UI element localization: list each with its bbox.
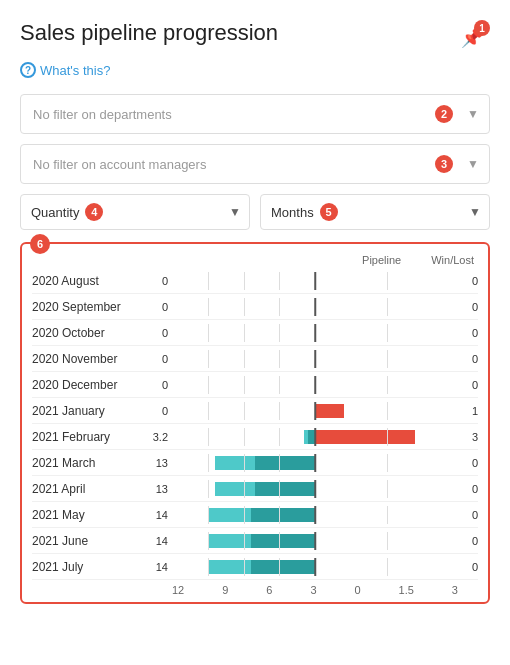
pin-button[interactable]: 📌 1 [454, 20, 490, 56]
row-label: 2021 February [32, 430, 142, 444]
months-dropdown[interactable]: Months 5 ▼ [260, 194, 490, 230]
row-winlost-value: 0 [458, 483, 478, 495]
row-label: 2021 May [32, 508, 142, 522]
chart-container: 6 Pipeline Win/Lost 2020 August002020 Se… [20, 242, 490, 604]
x-axis: 1296301.53 [32, 584, 478, 596]
row-pipeline-value: 14 [142, 509, 172, 521]
bar-area [172, 272, 458, 290]
row-pipeline-value: 3.2 [142, 431, 172, 443]
row-label: 2021 March [32, 456, 142, 470]
dropdowns-row: Quantity 4 ▼ Months 5 ▼ [20, 194, 490, 230]
quantity-arrow: ▼ [229, 205, 241, 219]
table-row: 2021 July140 [32, 554, 478, 580]
row-label: 2020 October [32, 326, 142, 340]
pipeline-col-header: Pipeline [362, 254, 401, 266]
bar-area [172, 558, 458, 576]
x-axis-label: 9 [222, 584, 228, 596]
x-axis-label: 1.5 [399, 584, 414, 596]
row-label: 2020 August [32, 274, 142, 288]
row-label: 2021 January [32, 404, 142, 418]
row-winlost-value: 1 [458, 405, 478, 417]
months-label: Months [271, 205, 314, 220]
page-header: Sales pipeline progression 📌 1 [20, 20, 490, 56]
table-row: 2020 December00 [32, 372, 478, 398]
table-row: 2021 April130 [32, 476, 478, 502]
pin-badge: 1 [474, 20, 490, 36]
bar-area [172, 298, 458, 316]
bar-area [172, 480, 458, 498]
account-managers-filter-label: No filter on account managers [33, 157, 429, 172]
row-pipeline-value: 14 [142, 561, 172, 573]
chart-badge: 6 [30, 234, 50, 254]
x-axis-label: 6 [266, 584, 272, 596]
row-label: 2020 September [32, 300, 142, 314]
row-winlost-value: 0 [458, 509, 478, 521]
row-winlost-value: 0 [458, 301, 478, 313]
row-pipeline-value: 0 [142, 275, 172, 287]
row-pipeline-value: 0 [142, 327, 172, 339]
row-winlost-value: 0 [458, 561, 478, 573]
chart-rows: 2020 August002020 September002020 Octobe… [32, 268, 478, 580]
row-label: 2020 December [32, 378, 142, 392]
months-arrow: ▼ [469, 205, 481, 219]
departments-filter[interactable]: No filter on departments 2 ▼ [20, 94, 490, 134]
x-axis-label: 3 [310, 584, 316, 596]
bar-area [172, 506, 458, 524]
row-winlost-value: 0 [458, 457, 478, 469]
bar-area [172, 324, 458, 342]
account-managers-filter-badge: 3 [435, 155, 453, 173]
row-pipeline-value: 13 [142, 457, 172, 469]
x-axis-label: 12 [172, 584, 184, 596]
departments-filter-badge: 2 [435, 105, 453, 123]
months-badge: 5 [320, 203, 338, 221]
table-row: 2021 January01 [32, 398, 478, 424]
quantity-label: Quantity [31, 205, 79, 220]
row-winlost-value: 3 [458, 431, 478, 443]
table-row: 2020 September00 [32, 294, 478, 320]
row-winlost-value: 0 [458, 379, 478, 391]
table-row: 2020 August00 [32, 268, 478, 294]
bar-area [172, 402, 458, 420]
row-winlost-value: 0 [458, 275, 478, 287]
row-label: 2021 July [32, 560, 142, 574]
whats-this-link[interactable]: ? What's this? [20, 62, 490, 78]
departments-dropdown-arrow: ▼ [467, 107, 479, 121]
row-pipeline-value: 0 [142, 405, 172, 417]
row-winlost-value: 0 [458, 327, 478, 339]
departments-filter-label: No filter on departments [33, 107, 429, 122]
bar-area [172, 532, 458, 550]
table-row: 2021 May140 [32, 502, 478, 528]
row-winlost-value: 0 [458, 353, 478, 365]
row-pipeline-value: 0 [142, 353, 172, 365]
table-row: 2021 March130 [32, 450, 478, 476]
row-pipeline-value: 14 [142, 535, 172, 547]
x-axis-label: 0 [355, 584, 361, 596]
row-pipeline-value: 0 [142, 301, 172, 313]
quantity-dropdown[interactable]: Quantity 4 ▼ [20, 194, 250, 230]
account-managers-filter[interactable]: No filter on account managers 3 ▼ [20, 144, 490, 184]
table-row: 2021 February3.23 [32, 424, 478, 450]
x-axis-label: 3 [452, 584, 458, 596]
whats-this-label: What's this? [40, 63, 110, 78]
info-icon: ? [20, 62, 36, 78]
bar-area [172, 454, 458, 472]
row-winlost-value: 0 [458, 535, 478, 547]
row-label: 2021 June [32, 534, 142, 548]
table-row: 2021 June140 [32, 528, 478, 554]
bar-area [172, 376, 458, 394]
row-pipeline-value: 0 [142, 379, 172, 391]
account-managers-dropdown-arrow: ▼ [467, 157, 479, 171]
row-label: 2020 November [32, 352, 142, 366]
row-pipeline-value: 13 [142, 483, 172, 495]
bar-area [172, 350, 458, 368]
table-row: 2020 November00 [32, 346, 478, 372]
bar-area [172, 428, 458, 446]
row-label: 2021 April [32, 482, 142, 496]
quantity-badge: 4 [85, 203, 103, 221]
winlost-col-header: Win/Lost [431, 254, 474, 266]
page-title: Sales pipeline progression [20, 20, 278, 46]
table-row: 2020 October00 [32, 320, 478, 346]
